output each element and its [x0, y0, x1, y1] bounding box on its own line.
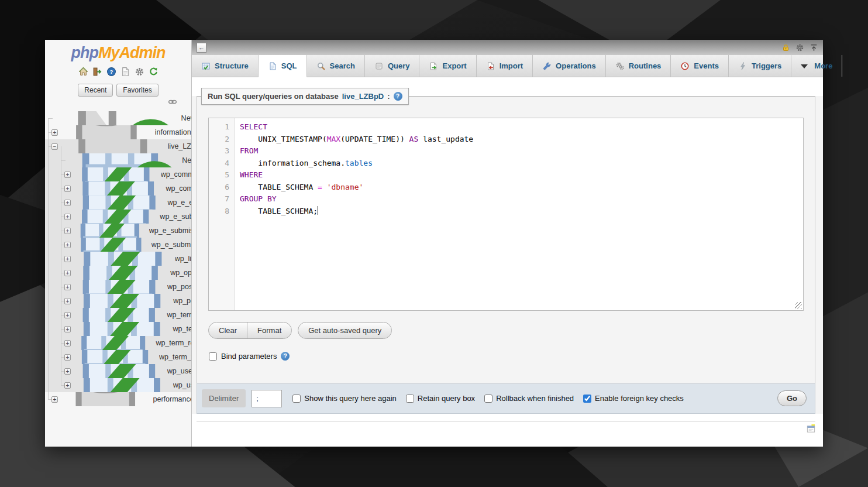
tree-item-label: wp_e_events — [167, 198, 191, 207]
main-panel: ← StructureSQLSearchQueryExportImportOpe… — [192, 40, 823, 447]
tree-item-wp-links[interactable]: +wp_links — [45, 252, 191, 266]
expand-icon[interactable]: + — [64, 242, 71, 248]
line-number: 1 — [209, 121, 235, 133]
settings-icon[interactable] — [135, 67, 144, 77]
tab-sql[interactable]: SQL — [259, 55, 307, 77]
lock-icon[interactable] — [781, 43, 790, 52]
tab-events[interactable]: Events — [671, 55, 729, 77]
tree-item-wp-usermeta[interactable]: +wp_usermeta — [45, 364, 191, 378]
expand-icon[interactable]: + — [51, 129, 58, 136]
tab-search[interactable]: Search — [307, 55, 365, 77]
tab-triggers[interactable]: Triggers — [729, 55, 791, 77]
tab-more[interactable]: More — [791, 55, 842, 77]
collapse-node-icon[interactable]: − — [51, 143, 58, 150]
footer-checkbox[interactable] — [583, 395, 591, 403]
docs-icon[interactable] — [120, 67, 130, 77]
expand-icon[interactable]: + — [64, 186, 71, 192]
tree-item-wp-comments[interactable]: +wp_comments — [45, 181, 191, 196]
gear-icon[interactable] — [795, 43, 804, 52]
clear-button[interactable]: Clear — [209, 323, 247, 338]
editor-line: 1SELECT — [209, 121, 803, 133]
tab-label: Export — [442, 61, 466, 70]
tab-structure[interactable]: Structure — [192, 55, 259, 77]
tree-item-wp-e-events[interactable]: +wp_e_events — [45, 196, 191, 210]
tab-query[interactable]: Query — [365, 55, 420, 77]
expand-icon[interactable]: + — [64, 214, 71, 220]
expand-icon[interactable]: + — [64, 298, 71, 304]
footer-option-retain-query-box[interactable]: Retain query box — [406, 394, 475, 403]
tree-item-wp-terms[interactable]: +wp_terms — [45, 322, 191, 336]
tree-item-new[interactable]: New — [45, 153, 191, 167]
expand-icon[interactable]: + — [64, 284, 71, 290]
go-button[interactable]: Go — [777, 390, 807, 406]
expand-icon[interactable]: + — [64, 200, 71, 206]
expand-icon[interactable]: + — [64, 172, 71, 178]
footer-checkbox[interactable] — [292, 395, 301, 403]
tree-item-new[interactable]: New — [45, 111, 191, 125]
bind-parameters-label[interactable]: Bind parameters — [221, 352, 277, 361]
tree-item-wp-options[interactable]: +wp_options — [45, 266, 191, 280]
tree-item-wp-commentmeta[interactable]: +wp_commentmeta — [45, 167, 191, 181]
expand-icon[interactable]: + — [64, 382, 71, 389]
expand-icon[interactable]: + — [64, 354, 71, 361]
expand-icon[interactable]: + — [64, 228, 71, 234]
expand-icon[interactable]: + — [64, 340, 71, 347]
tree-item-wp-postmeta[interactable]: +wp_postmeta — [45, 280, 191, 294]
link-icon[interactable] — [168, 98, 177, 105]
database-icon — [58, 139, 168, 153]
tree-item-wp-e-submissions[interactable]: +wp_e_submissions — [45, 210, 191, 224]
tree-item-wp-term-taxonomy[interactable]: +wp_term_taxonomy — [45, 350, 191, 364]
bind-parameters-checkbox[interactable] — [209, 352, 217, 361]
bind-parameters-help-icon[interactable]: ? — [281, 352, 290, 361]
tree-item-wp-termmeta[interactable]: +wp_termmeta — [45, 308, 191, 322]
editor-resize-handle[interactable] — [795, 302, 802, 309]
expand-icon[interactable]: + — [64, 312, 71, 318]
tab-import[interactable]: Import — [477, 55, 533, 77]
help-icon[interactable]: ? — [106, 67, 116, 77]
tab-export[interactable]: Export — [419, 55, 476, 77]
sql-editor[interactable]: 1SELECT2 UNIX_TIMESTAMP(MAX(UPDATE_TIME)… — [208, 118, 804, 311]
line-number: 5 — [209, 169, 235, 181]
editor-line: 5WHERE — [209, 169, 803, 181]
footer-checkbox[interactable] — [406, 395, 414, 403]
bind-parameters-row: Bind parameters ? — [209, 352, 815, 361]
table-icon — [71, 181, 166, 196]
tree-item-wp-e-submissions-actions-l[interactable]: +wp_e_submissions_actions_l — [45, 224, 191, 238]
footer-option-show-this-query-here-again[interactable]: Show this query here again — [292, 394, 397, 403]
format-button[interactable]: Format — [247, 323, 291, 338]
refresh-icon[interactable] — [149, 67, 159, 77]
delimiter-input[interactable] — [252, 390, 282, 407]
tree-item-information-schema[interactable]: +information_schema — [45, 125, 191, 139]
footer-option-enable-foreign-key-checks[interactable]: Enable foreign key checks — [583, 394, 684, 403]
tree-item-wp-e-submissions-values[interactable]: +wp_e_submissions_values — [45, 238, 191, 252]
expand-icon[interactable]: + — [64, 368, 71, 375]
logout-icon[interactable] — [92, 67, 102, 77]
tree-item-label: wp_e_submissions_actions_l — [149, 227, 191, 235]
legend-help-icon[interactable]: ? — [394, 92, 402, 101]
home-icon[interactable] — [78, 67, 88, 77]
footer-checkbox-label: Show this query here again — [304, 394, 397, 403]
recent-button[interactable]: Recent — [78, 84, 113, 97]
expand-icon[interactable]: + — [64, 270, 71, 276]
triggers-icon — [738, 61, 748, 71]
tree-item-performance-schema[interactable]: +performance_schema — [45, 392, 191, 406]
tab-label: Operations — [556, 61, 596, 70]
tree-item-wp-term-relationships[interactable]: +wp_term_relationships — [45, 336, 191, 350]
tree-item-wp-posts[interactable]: +wp_posts — [45, 294, 191, 308]
collapse-icon[interactable] — [810, 43, 818, 52]
get-auto-saved-query-button[interactable]: Get auto-saved query — [298, 322, 392, 339]
expand-icon[interactable]: + — [64, 256, 71, 262]
hide-sidebar-button[interactable]: ← — [197, 43, 206, 53]
tab-label: Import — [500, 61, 523, 70]
tab-operations[interactable]: Operations — [533, 55, 606, 77]
expand-icon[interactable]: + — [64, 326, 71, 332]
favorites-button[interactable]: Favorites — [116, 84, 158, 97]
expand-icon[interactable]: + — [51, 396, 58, 403]
tab-routines[interactable]: Routines — [606, 55, 671, 77]
tree-item-live-lzbpd[interactable]: −live_LZBpD — [45, 139, 191, 153]
console-icon[interactable] — [806, 424, 816, 434]
tree-item-label: live_LZBpD — [168, 142, 191, 150]
tree-item-wp-users[interactable]: +wp_users — [45, 378, 191, 392]
footer-option-rollback-when-finished[interactable]: Rollback when finished — [484, 394, 574, 403]
footer-checkbox[interactable] — [484, 395, 492, 403]
